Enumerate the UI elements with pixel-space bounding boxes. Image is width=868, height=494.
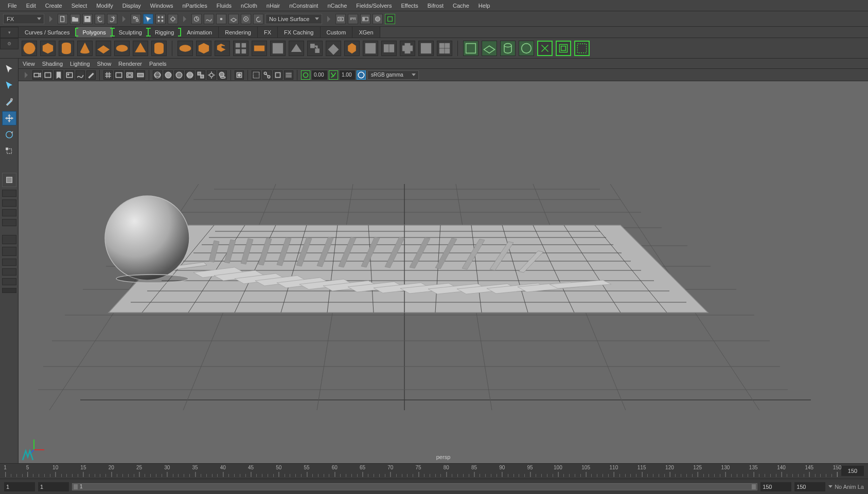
render-setup-button[interactable]	[385, 14, 395, 24]
wireframe-on-shaded-button[interactable]	[185, 70, 194, 80]
save-scene-button[interactable]	[82, 14, 93, 24]
polycount-button[interactable]	[284, 70, 293, 80]
menu-display[interactable]: Display	[118, 1, 146, 10]
snap-plane-button[interactable]	[228, 14, 239, 24]
new-scene-button[interactable]	[58, 14, 68, 24]
menu-edit[interactable]: Edit	[22, 1, 41, 10]
scale-tool-button[interactable]	[2, 144, 16, 158]
shelf-tab-curves-surfaces[interactable]: Curves / Surfaces	[19, 27, 76, 38]
panel-menu-view[interactable]: View	[23, 61, 35, 67]
poly-pipe-button[interactable]	[151, 41, 167, 56]
outliner-toggle-button[interactable]	[2, 235, 16, 244]
select-by-type-button[interactable]	[168, 14, 178, 24]
range-slider[interactable]: 1	[72, 483, 757, 490]
ipr-render-button[interactable]: IPR	[348, 14, 358, 24]
time-slider[interactable]: 1510152025303540455055606570758085909510…	[0, 463, 868, 479]
shelf-tab-custom[interactable]: Custom	[321, 27, 353, 38]
menu-bifrost[interactable]: Bifrost	[423, 1, 448, 10]
make-live-button[interactable]	[253, 14, 263, 24]
poly-type-button[interactable]	[178, 41, 193, 56]
poly-bevel-button[interactable]	[307, 41, 323, 56]
paint-select-tool-button[interactable]	[2, 95, 16, 109]
render-settings-button[interactable]	[360, 14, 370, 24]
shelf-tab-fx-caching[interactable]: FX Caching	[278, 27, 320, 38]
use-all-lights-button[interactable]	[207, 70, 216, 80]
menu-nhair[interactable]: nHair	[262, 1, 285, 10]
shelf-tab-rendering[interactable]: Rendering	[219, 27, 258, 38]
workspace-dropdown[interactable]: FX	[3, 14, 44, 24]
uv-spherical-button[interactable]	[519, 41, 534, 56]
bookmark-button[interactable]	[54, 70, 63, 80]
colorspace-dropdown[interactable]: sRGB gamma	[367, 70, 419, 80]
poly-sphere-button[interactable]	[22, 41, 37, 56]
xray-button[interactable]	[252, 70, 261, 80]
shelf-tab-polygons[interactable]: Polygons	[76, 27, 112, 38]
layout-four-button[interactable]	[2, 199, 16, 207]
snap-grid-button[interactable]	[191, 14, 202, 24]
poly-cube-button[interactable]	[40, 41, 56, 56]
panel-menu-renderer[interactable]: Renderer	[118, 61, 142, 67]
shelf-tab-animation[interactable]: Animation	[181, 27, 219, 38]
last-tool-button[interactable]	[2, 173, 16, 187]
undo-button[interactable]	[95, 14, 105, 24]
poly-svg-button[interactable]	[196, 41, 211, 56]
panel-menu-lighting[interactable]: Lighting	[70, 61, 90, 67]
snap-curve-button[interactable]	[204, 14, 214, 24]
menu-nconstraint[interactable]: nConstraint	[285, 1, 323, 10]
select-camera-button[interactable]	[32, 70, 42, 80]
menu-fields-solvers[interactable]: Fields/Solvers	[351, 1, 396, 10]
film-gate-button[interactable]	[114, 70, 123, 80]
menu-modify[interactable]: Modify	[92, 1, 117, 10]
shelf-tab-sculpting[interactable]: Sculpting	[113, 27, 149, 38]
shelf-menu-button[interactable]: ▾	[0, 27, 19, 38]
uv-editor-button[interactable]	[463, 41, 479, 56]
poly-retopo-button[interactable]	[400, 41, 415, 56]
grid-toggle-button[interactable]	[103, 70, 113, 80]
poly-boolean-button[interactable]	[252, 41, 267, 56]
rotate-tool-button[interactable]	[2, 127, 16, 142]
viewport[interactable]: persp	[19, 81, 868, 463]
uv-cut-button[interactable]	[574, 41, 590, 56]
poly-cylinder-button[interactable]	[59, 41, 74, 56]
hypershade-button[interactable]	[373, 14, 383, 24]
poly-smooth-button[interactable]	[363, 41, 378, 56]
poly-mirror-button[interactable]	[381, 41, 397, 56]
poly-pyramid-button[interactable]	[133, 41, 148, 56]
menu-effects[interactable]: Effects	[396, 1, 422, 10]
poly-plane-button[interactable]	[96, 41, 111, 56]
anim-layer-status[interactable]: No Anim La	[828, 484, 864, 490]
current-frame-field[interactable]: 150	[841, 466, 864, 476]
playback-start-outer-field[interactable]: 1	[4, 482, 35, 491]
textured-button[interactable]	[196, 70, 205, 80]
gamma-field[interactable]: 1.00	[340, 70, 355, 80]
uv-planar-button[interactable]	[482, 41, 497, 56]
menu-ncache[interactable]: nCache	[323, 1, 351, 10]
open-scene-button[interactable]	[70, 14, 80, 24]
select-mode-object-button[interactable]	[143, 14, 153, 24]
menu-select[interactable]: Select	[67, 1, 92, 10]
playback-end-inner-field[interactable]: 150	[760, 482, 791, 491]
menu-help[interactable]: Help	[474, 1, 495, 10]
lock-camera-button[interactable]	[43, 70, 52, 80]
gamma-toggle-button[interactable]	[329, 70, 338, 80]
select-mode-component-button[interactable]	[155, 14, 166, 24]
shelf-tab-fx[interactable]: FX	[258, 27, 278, 38]
menu-fluids[interactable]: Fluids	[212, 1, 236, 10]
uv-contour-button[interactable]	[556, 41, 571, 56]
select-tool-button[interactable]	[2, 62, 16, 76]
use-default-material-button[interactable]	[174, 70, 184, 80]
menu-cache[interactable]: Cache	[448, 1, 474, 10]
layout-single-button[interactable]	[2, 190, 16, 197]
uv-auto-button[interactable]	[537, 41, 553, 56]
panel-menu-show[interactable]: Show	[97, 61, 112, 67]
poly-cone-button[interactable]	[77, 41, 93, 56]
snap-live-button[interactable]	[241, 14, 251, 24]
xray-components-button[interactable]	[273, 70, 282, 80]
hypershade-toggle-button[interactable]	[2, 259, 16, 266]
wireframe-button[interactable]	[153, 70, 162, 80]
target-weld-button[interactable]	[344, 41, 360, 56]
range-handle-right[interactable]	[752, 484, 756, 489]
isolate-select-button[interactable]	[235, 70, 244, 80]
playback-start-inner-field[interactable]: 1	[38, 482, 69, 491]
uv-cylindrical-button[interactable]	[500, 41, 516, 56]
